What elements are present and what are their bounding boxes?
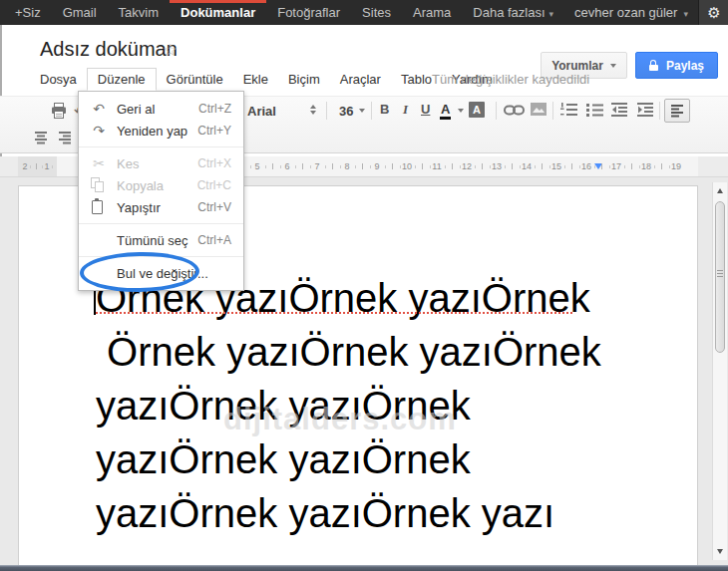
spellcheck-underline (96, 312, 572, 314)
toolbar-separator (326, 102, 327, 120)
account-menu[interactable]: cevher ozan güler▾ (564, 0, 698, 25)
scrollbar[interactable] (712, 182, 727, 560)
menu-item-shortcut: Ctrl+Y (197, 124, 231, 138)
align-right-button[interactable] (57, 131, 73, 149)
ruler-tick (355, 165, 356, 168)
topbar-item-siz[interactable]: +Siz (4, 0, 52, 25)
menu-item-label: Tümünü seç (117, 233, 197, 248)
ruler-tick (265, 165, 266, 168)
align-left-button[interactable] (664, 99, 690, 123)
ruler-tick (505, 165, 506, 168)
align-left-icon (669, 104, 685, 119)
menu-bi-im[interactable]: Biçim (278, 68, 330, 91)
bold-button[interactable]: B (380, 102, 389, 117)
ruler-number: 11 (432, 161, 441, 171)
menu-item-label: Kes (117, 156, 197, 171)
align-right-icon (57, 131, 73, 145)
topbar-item-arama[interactable]: Arama (402, 0, 462, 25)
menu-item-t-m-n-se[interactable]: Tümünü seçCtrl+A (79, 229, 243, 251)
topbar-item-takvim[interactable]: Takvim (108, 0, 170, 25)
topbar-item-daha-fazlas[interactable]: Daha fazlası▾ (462, 0, 564, 25)
ruler-tick (430, 165, 431, 168)
document-line: yazıÖrnek yazıÖrnek (96, 432, 684, 486)
scroll-down-button[interactable] (713, 544, 727, 559)
ruler-tick (30, 165, 31, 168)
ruler-number: 13 (492, 161, 502, 171)
toolbar-separator (496, 102, 497, 120)
ruler-tick (624, 165, 625, 168)
ruler-tick (385, 165, 386, 168)
copy-icon (87, 174, 111, 196)
star-icon[interactable]: ☆ (163, 40, 178, 61)
insert-link-button[interactable] (504, 102, 525, 123)
ruler-tick (302, 163, 303, 169)
menu-dosya[interactable]: Dosya (30, 68, 87, 91)
ruler-tick (512, 163, 513, 169)
print-button[interactable] (50, 102, 68, 124)
menu-item-shortcut: Ctrl+V (197, 200, 231, 214)
toolbar-separator (371, 102, 372, 120)
ruler-tick (669, 165, 670, 168)
menu-item-yap-t-r[interactable]: YapıştırCtrl+V (79, 196, 243, 218)
ruler-tick (661, 163, 662, 169)
chevron-down-icon[interactable] (458, 109, 464, 113)
bottom-edge (0, 565, 728, 571)
scroll-thumb[interactable] (715, 201, 725, 353)
ruler-number: 9 (374, 161, 379, 171)
google-bar-right: cevher ozan güler▾ ⚙ (564, 0, 728, 25)
increase-indent-button[interactable] (636, 102, 654, 122)
ruler-tick (325, 165, 326, 168)
ruler-tick (52, 165, 53, 168)
document-title[interactable]: Adsız doküman (40, 38, 178, 61)
menu-item-kes[interactable]: ✂KesCtrl+X (79, 152, 243, 174)
align-center-button[interactable] (33, 131, 49, 149)
insert-image-button[interactable] (530, 102, 547, 122)
indent-icon (636, 102, 654, 118)
menu-item-yeniden-yap[interactable]: ↷Yeniden yapCtrl+Y (79, 120, 243, 142)
ruler-number: 16 (581, 161, 591, 171)
bulleted-list-button[interactable] (584, 102, 604, 122)
google-bar-nav: +SizGmailTakvimDokümanlarFotoğraflarSite… (0, 0, 564, 25)
topbar-item-gmail[interactable]: Gmail (52, 0, 108, 25)
font-size-select[interactable]: 36 (339, 102, 353, 120)
menu-item-label: Yapıştır (117, 200, 197, 215)
google-docs-window: +SizGmailTakvimDokümanlarFotoğraflarSite… (0, 0, 728, 571)
ruler-number: 7 (314, 161, 319, 171)
ruler-tick (36, 163, 37, 169)
topbar-item-dok-manlar[interactable]: Dokümanlar (170, 0, 266, 25)
menu-item-shortcut: Ctrl+Z (198, 102, 231, 116)
ruler-tick (280, 165, 281, 168)
decrease-indent-button[interactable] (610, 102, 628, 122)
menu-item-kopyala[interactable]: KopyalaCtrl+C (79, 174, 243, 196)
menu-ara-lar[interactable]: Araçlar (330, 68, 391, 91)
text-color-button[interactable]: A (440, 102, 451, 120)
menu-item-shortcut: Ctrl+X (197, 156, 231, 170)
scroll-up-button[interactable] (713, 183, 727, 198)
topbar-item-label: Arama (413, 5, 451, 20)
underline-button[interactable]: U (421, 102, 430, 117)
ruler-tick (571, 163, 572, 169)
chevron-down-icon[interactable] (359, 109, 365, 113)
menu-item-geri-al[interactable]: ↶Geri alCtrl+Z (79, 98, 243, 120)
highlight-color-button[interactable]: A (469, 102, 485, 118)
topbar-item-foto-raflar[interactable]: Fotoğraflar (266, 0, 351, 25)
save-status: Tüm değişiklikler kaydedildi (432, 68, 589, 92)
undo-icon: ↶ (87, 98, 111, 120)
font-family-stepper-icon[interactable] (310, 105, 316, 115)
topbar-item-sites[interactable]: Sites (351, 0, 402, 25)
no-icon (87, 229, 111, 251)
numbered-list-button[interactable] (558, 102, 578, 122)
document-line: yazıÖrnek yazıÖrnek yazı (96, 486, 684, 540)
ruler-tick (332, 163, 333, 169)
ruler-number: 17 (611, 161, 621, 171)
gear-button[interactable]: ⚙ (698, 0, 728, 25)
chevron-down-icon: ▾ (683, 9, 688, 19)
ruler-tick (362, 163, 363, 169)
menu-ekle[interactable]: Ekle (233, 68, 278, 91)
ruler-number: 8 (344, 161, 349, 171)
menu-d-zenle[interactable]: Düzenle (87, 68, 157, 91)
font-family-select[interactable]: Arial (247, 102, 276, 120)
ruler-tick (535, 165, 536, 168)
menu-g-r-nt-le[interactable]: Görüntüle (157, 68, 233, 91)
italic-button[interactable]: I (403, 102, 408, 118)
